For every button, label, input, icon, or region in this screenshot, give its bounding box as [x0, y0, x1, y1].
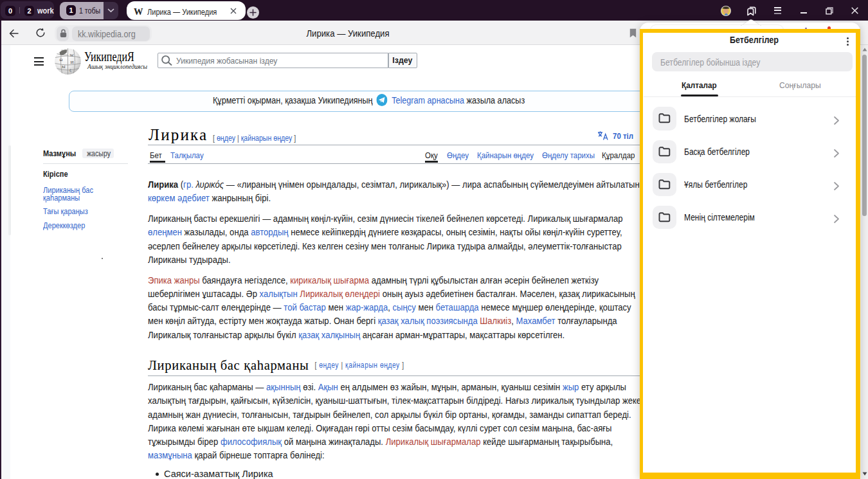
svg-text:Ы: Ы [62, 64, 66, 69]
svg-text:И: И [71, 60, 74, 65]
svg-text:Ω: Ω [60, 57, 63, 62]
svg-text:W: W [70, 53, 75, 57]
